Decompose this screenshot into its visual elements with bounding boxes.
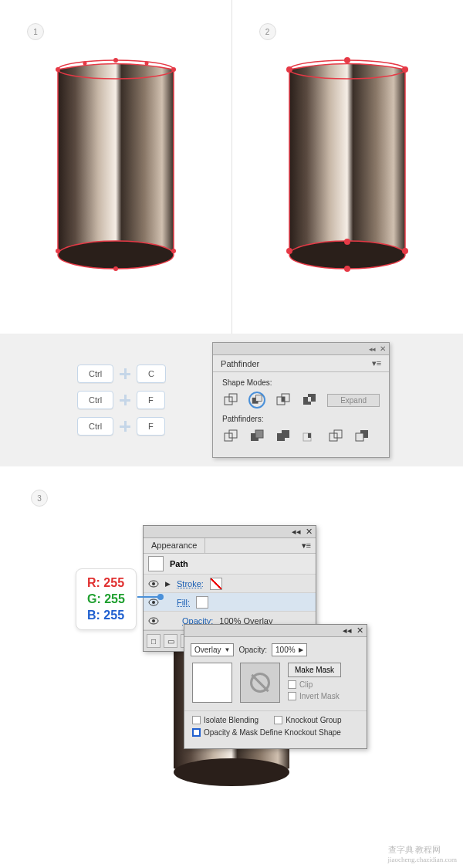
unite-icon[interactable] [222,392,239,409]
path-label: Path [170,559,188,568]
rgb-b: B: 255 [87,608,125,624]
transparency-header: ◂◂ ✕ [184,625,367,637]
blend-mode-dropdown[interactable]: Overlay ▼ [191,643,234,656]
appearance-tab[interactable]: Appearance [144,538,205,553]
pathfinder-tab[interactable]: Pathfinder ▾≡ [213,355,389,372]
svg-rect-19 [225,397,232,405]
opacity-input[interactable]: 100% ▶ [272,643,307,656]
svg-rect-20 [229,394,237,402]
collapse-icon[interactable]: ◂◂ [343,626,352,636]
svg-point-41 [174,758,289,786]
close-icon[interactable]: ✕ [306,527,313,537]
exclude-icon[interactable] [301,392,318,409]
svg-rect-37 [330,433,337,441]
svg-point-15 [286,248,292,254]
divide-icon[interactable] [222,428,239,445]
knockout-label: Knockout Group [286,716,341,724]
minus-front-icon[interactable] [248,392,265,409]
clip-checkbox[interactable] [288,680,296,689]
visibility-icon[interactable] [148,615,159,626]
expand-button[interactable]: Expand [327,394,380,407]
minus-back-icon[interactable] [353,428,370,445]
watermark-main: 查字典 教程网 [388,845,441,854]
mask-preview[interactable] [240,663,280,703]
path-swatch [148,556,164,571]
knockout-shape-label: Opacity & Mask Define Knockout Shape [204,728,341,737]
middle-section: Ctrl C Ctrl F Ctrl F ◂◂ ✕ Pathfinder ▾≡ … [0,334,463,466]
add-stroke-icon[interactable]: ▭ [164,634,177,648]
svg-point-4 [113,58,118,63]
outline-icon[interactable] [327,428,344,445]
svg-point-47 [152,619,155,622]
svg-rect-25 [282,397,285,402]
top-panels: 1 [0,0,463,334]
key-f: F [137,391,165,409]
make-mask-button[interactable]: Make Mask [288,663,341,677]
shortcut-paste-front-1: Ctrl F [77,391,166,409]
svg-point-6 [144,62,148,66]
opacity-preview[interactable] [192,663,232,703]
stroke-row[interactable]: ▶ Stroke: [144,575,316,593]
cylinder-1 [54,54,177,280]
svg-point-12 [286,66,292,73]
svg-point-17 [344,266,350,272]
svg-point-3 [171,67,176,72]
dropdown-arrow-icon: ▼ [224,646,230,653]
path-row[interactable]: Path [144,554,316,575]
trim-icon[interactable] [248,428,265,445]
svg-point-7 [56,249,60,253]
no-mask-icon [250,673,270,693]
invert-mask-checkbox[interactable] [288,692,296,700]
svg-rect-36 [308,433,311,438]
step-badge-3: 3 [31,490,48,507]
collapse-icon[interactable]: ◂◂ [369,345,375,353]
key-ctrl: Ctrl [77,364,113,383]
pathfinder-title: Pathfinder [221,359,259,368]
panel-menu-icon[interactable]: ▾≡ [372,358,381,368]
new-art-icon[interactable]: □ [147,634,161,648]
stroke-swatch[interactable] [210,578,222,590]
collapse-icon[interactable]: ◂◂ [292,527,301,537]
svg-point-18 [344,239,350,245]
visibility-icon[interactable] [148,578,159,589]
knockout-shape-row[interactable]: Opacity & Mask Define Knockout Shape [192,728,359,737]
svg-point-16 [402,248,408,254]
intersect-icon[interactable] [275,392,292,409]
close-icon[interactable]: ✕ [380,344,386,353]
expand-arrow-icon[interactable]: ▶ [165,580,171,588]
svg-rect-30 [229,430,237,438]
fill-swatch[interactable] [196,596,208,609]
fill-label: Fill: [177,598,190,607]
merge-icon[interactable] [275,428,292,445]
svg-point-43 [152,582,155,585]
step-badge-1: 1 [27,23,44,40]
svg-point-2 [56,67,60,72]
opacity-value: 100% [275,646,296,654]
knockout-checkbox[interactable] [274,716,282,724]
rgb-r: R: 255 [87,575,125,592]
svg-point-8 [171,249,176,253]
clip-checkbox-row[interactable]: Clip [288,680,341,689]
panel-menu-icon[interactable]: ▾≡ [297,538,316,553]
svg-rect-40 [356,433,363,441]
panel-1: 1 [0,0,232,334]
close-icon[interactable]: ✕ [357,626,363,636]
invert-mask-label: Invert Mask [299,692,340,700]
rgb-g: G: 255 [87,592,125,608]
pathfinder-header: ◂◂ ✕ [213,343,389,355]
invert-mask-row[interactable]: Invert Mask [288,692,341,700]
blend-mode-value: Overlay [194,646,221,654]
isolate-blending-row[interactable]: Isolate Blending Knockout Group [192,716,359,724]
svg-rect-29 [225,433,232,441]
fill-row[interactable]: ▶ Fill: [144,593,316,612]
shape-modes-label: Shape Modes: [222,378,380,387]
watermark-sub: jiaocheng.chazidian.com [388,856,457,863]
svg-point-45 [152,601,155,604]
crop-icon[interactable] [301,428,318,445]
knockout-shape-checkbox[interactable] [192,728,201,737]
pathfinder-panel: ◂◂ ✕ Pathfinder ▾≡ Shape Modes: Expand P… [212,342,390,458]
shortcut-copy: Ctrl C [77,364,166,383]
isolate-checkbox[interactable] [192,716,201,724]
clip-label: Clip [299,680,313,689]
panel-2: 2 [232,0,464,334]
